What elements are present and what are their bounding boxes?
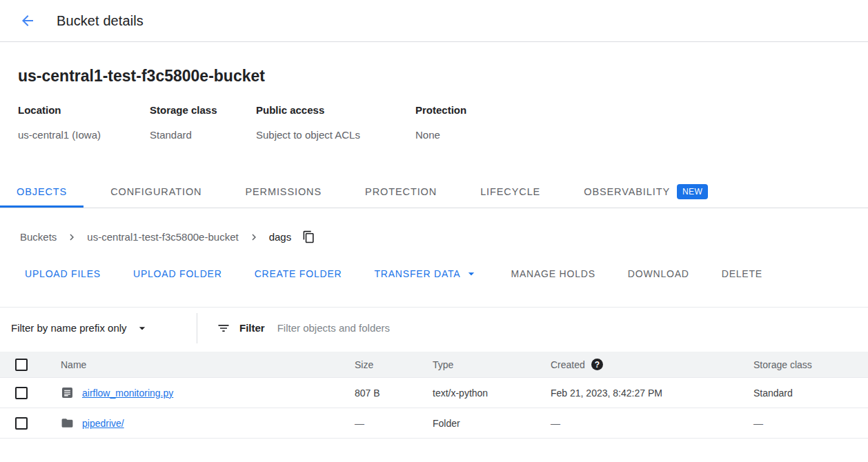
meta-label: Protection bbox=[415, 104, 466, 116]
button-label: CREATE FOLDER bbox=[255, 268, 342, 279]
filter-scope-dropdown[interactable]: Filter by name prefix only bbox=[0, 321, 197, 335]
tab-configuration[interactable]: CONFIGURATION bbox=[94, 175, 218, 208]
column-header-size[interactable]: Size bbox=[355, 359, 433, 370]
tab-observability[interactable]: OBSERVABILITY NEW bbox=[567, 175, 724, 208]
new-badge: NEW bbox=[677, 184, 708, 199]
back-arrow-icon[interactable] bbox=[19, 12, 36, 29]
page-title: Bucket details bbox=[57, 13, 144, 29]
meta-value: us-central1 (Iowa) bbox=[18, 129, 150, 141]
meta-value: Subject to object ACLs bbox=[256, 129, 415, 141]
meta-label: Public access bbox=[256, 104, 415, 116]
filter-label: Filter bbox=[239, 322, 265, 334]
table-header-row: Name Size Type Created ? Storage class bbox=[0, 352, 868, 378]
row-checkbox-cell bbox=[0, 387, 61, 399]
breadcrumb: Buckets us-central1-test-f3c5800e-bucket… bbox=[20, 230, 868, 243]
row-checkbox[interactable] bbox=[15, 387, 28, 399]
tab-lifecycle[interactable]: LIFECYCLE bbox=[464, 175, 557, 208]
row-checkbox-cell bbox=[0, 417, 61, 430]
filter-input[interactable] bbox=[277, 314, 868, 342]
help-icon[interactable]: ? bbox=[591, 359, 603, 370]
button-label: MANAGE HOLDS bbox=[511, 268, 595, 279]
column-header-type[interactable]: Type bbox=[433, 359, 551, 370]
create-folder-button[interactable]: CREATE FOLDER bbox=[255, 268, 342, 279]
column-header-storage-class[interactable]: Storage class bbox=[753, 359, 868, 370]
column-header-created[interactable]: Created ? bbox=[551, 359, 753, 370]
button-label: DOWNLOAD bbox=[628, 268, 689, 279]
objects-toolbar: UPLOAD FILES UPLOAD FOLDER CREATE FOLDER… bbox=[0, 263, 868, 284]
meta-protection: Protection None bbox=[415, 104, 466, 141]
object-name-cell: pipedrive/ bbox=[61, 416, 355, 430]
meta-value: Standard bbox=[150, 129, 256, 141]
filter-list-icon bbox=[217, 321, 230, 335]
filter-scope-label: Filter by name prefix only bbox=[11, 322, 127, 334]
delete-button[interactable]: DELETE bbox=[722, 268, 762, 279]
meta-location: Location us-central1 (Iowa) bbox=[18, 104, 150, 141]
chevron-right-icon bbox=[248, 231, 260, 243]
tab-label: LIFECYCLE bbox=[480, 186, 540, 197]
bucket-name: us-central1-test-f3c5800e-bucket bbox=[18, 67, 868, 86]
manage-holds-button[interactable]: MANAGE HOLDS bbox=[511, 268, 595, 279]
object-link[interactable]: airflow_monitoring.py bbox=[82, 388, 173, 399]
meta-storage-class: Storage class Standard bbox=[150, 104, 256, 141]
filter-lead: Filter bbox=[217, 321, 265, 335]
transfer-data-button[interactable]: TRANSFER DATA bbox=[374, 267, 478, 281]
tab-permissions[interactable]: PERMISSIONS bbox=[228, 175, 338, 208]
button-label: UPLOAD FOLDER bbox=[133, 268, 222, 279]
tab-protection[interactable]: PROTECTION bbox=[348, 175, 453, 208]
button-label: DELETE bbox=[722, 268, 762, 279]
tab-label: PERMISSIONS bbox=[245, 186, 322, 197]
top-bar: Bucket details bbox=[0, 0, 868, 42]
object-storage-class: — bbox=[753, 418, 868, 429]
filter-bar: Filter by name prefix only Filter bbox=[0, 307, 868, 348]
tab-bar: OBJECTS CONFIGURATION PERMISSIONS PROTEC… bbox=[0, 175, 868, 208]
object-size: — bbox=[355, 418, 433, 429]
table-row: airflow_monitoring.py 807 B text/x-pytho… bbox=[0, 378, 868, 408]
breadcrumb-current-folder: dags bbox=[269, 231, 292, 243]
object-link[interactable]: pipedrive/ bbox=[82, 418, 124, 429]
object-storage-class: Standard bbox=[753, 388, 868, 399]
tab-label: PROTECTION bbox=[365, 186, 437, 197]
tab-label: OBSERVABILITY bbox=[584, 186, 670, 197]
table-row: pipedrive/ — Folder — — bbox=[0, 408, 868, 439]
bucket-meta: Location us-central1 (Iowa) Storage clas… bbox=[18, 104, 868, 141]
arrow-drop-down-icon bbox=[464, 267, 478, 281]
breadcrumb-buckets[interactable]: Buckets bbox=[20, 231, 57, 243]
button-label: TRANSFER DATA bbox=[374, 268, 460, 279]
button-label: UPLOAD FILES bbox=[25, 268, 101, 279]
tab-objects[interactable]: OBJECTS bbox=[0, 175, 83, 208]
object-type: text/x-python bbox=[433, 388, 551, 399]
upload-folder-button[interactable]: UPLOAD FOLDER bbox=[133, 268, 222, 279]
vertical-divider bbox=[197, 313, 197, 343]
row-checkbox[interactable] bbox=[15, 417, 28, 430]
select-all-checkbox[interactable] bbox=[15, 359, 28, 371]
download-button[interactable]: DOWNLOAD bbox=[628, 268, 689, 279]
object-created: — bbox=[551, 418, 753, 429]
header-checkbox-cell bbox=[0, 359, 61, 371]
objects-table: Name Size Type Created ? Storage class a… bbox=[0, 352, 868, 439]
object-name-cell: airflow_monitoring.py bbox=[61, 386, 355, 399]
upload-files-button[interactable]: UPLOAD FILES bbox=[25, 268, 101, 279]
tab-label: CONFIGURATION bbox=[110, 186, 201, 197]
meta-value: None bbox=[415, 129, 466, 141]
meta-label: Storage class bbox=[150, 104, 256, 116]
meta-label: Location bbox=[18, 104, 150, 116]
column-header-label: Created bbox=[551, 359, 585, 370]
breadcrumb-bucket-name[interactable]: us-central1-test-f3c5800e-bucket bbox=[87, 231, 238, 243]
file-icon bbox=[61, 386, 74, 399]
column-header-name[interactable]: Name bbox=[61, 359, 355, 370]
tab-label: OBJECTS bbox=[17, 186, 67, 197]
folder-icon bbox=[61, 416, 74, 430]
object-type: Folder bbox=[433, 418, 551, 429]
copy-icon[interactable] bbox=[302, 230, 315, 243]
object-size: 807 B bbox=[355, 388, 433, 399]
chevron-right-icon bbox=[66, 231, 78, 243]
arrow-drop-down-icon bbox=[135, 321, 149, 335]
object-created: Feb 21, 2023, 8:42:27 PM bbox=[551, 388, 753, 399]
meta-public-access: Public access Subject to object ACLs bbox=[256, 104, 415, 141]
